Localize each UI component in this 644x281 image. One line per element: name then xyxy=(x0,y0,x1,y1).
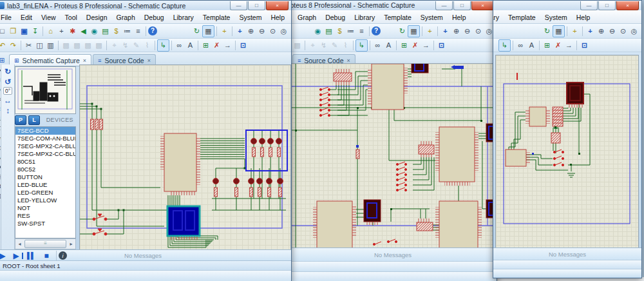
world-icon[interactable]: ◉ xyxy=(312,26,323,37)
junction-icon[interactable]: + xyxy=(56,26,67,37)
menu-item-view[interactable]: View xyxy=(37,13,61,22)
device-item[interactable]: SW-SPST xyxy=(15,220,75,228)
remove-sheet-icon[interactable]: ✗ xyxy=(553,40,564,51)
mirror-horizontal-icon[interactable]: ↔ xyxy=(3,95,13,105)
menu-item-help[interactable]: Help xyxy=(572,13,595,22)
isis-icon[interactable]: ⊡ xyxy=(579,40,590,51)
device-item[interactable]: 80C52 xyxy=(15,166,75,173)
menu-item-library[interactable]: Library xyxy=(493,13,504,22)
scroll-right-icon[interactable]: ▸ xyxy=(67,241,75,247)
pause-button[interactable]: ▌▌ xyxy=(23,251,39,260)
tab-close-icon[interactable]: × xyxy=(83,57,86,64)
library-button[interactable]: L xyxy=(28,115,40,125)
zoom-out-icon[interactable]: ⊖ xyxy=(462,26,473,37)
design-explorer-icon[interactable]: ▤ xyxy=(100,26,111,37)
menu-item-template[interactable]: Template xyxy=(198,13,235,22)
refresh-icon[interactable]: ↻ xyxy=(397,26,408,37)
tool-icon[interactable]: ⌇ xyxy=(142,40,153,51)
led[interactable] xyxy=(251,139,282,144)
push-button[interactable] xyxy=(93,229,107,235)
grid-toggle-icon[interactable]: ▦ xyxy=(202,25,214,37)
push-button[interactable] xyxy=(93,214,107,220)
schematic-canvas[interactable] xyxy=(79,64,291,251)
block-rotate-icon[interactable]: ▩ xyxy=(82,40,93,51)
bom-icon[interactable]: $ xyxy=(111,26,122,37)
ic-component[interactable] xyxy=(435,127,478,186)
text-doc-icon[interactable]: ≡ xyxy=(356,26,367,37)
device-item[interactable]: LED-GREEN xyxy=(15,189,75,197)
switch-cluster[interactable] xyxy=(319,87,330,117)
origin-icon[interactable]: + xyxy=(569,26,580,37)
search-icon[interactable]: ∞ xyxy=(515,40,526,51)
device-item[interactable]: 80C51 xyxy=(15,158,75,166)
ic-component[interactable] xyxy=(526,107,550,126)
menu-item-system[interactable]: System xyxy=(234,13,266,22)
zoom-all-icon[interactable]: ◎ xyxy=(278,26,289,37)
autoroute-icon[interactable]: ↳ xyxy=(157,39,169,52)
resistor-pack[interactable] xyxy=(417,218,433,231)
remove-sheet-icon[interactable]: ✗ xyxy=(410,40,421,51)
design-explorer-icon[interactable]: ▤ xyxy=(323,26,334,37)
property-assign-icon[interactable]: A xyxy=(383,40,394,51)
redo-icon[interactable]: ↷ xyxy=(8,40,19,51)
step-button[interactable]: ▶ xyxy=(10,253,23,259)
open-file-icon[interactable]: ❒ xyxy=(8,26,19,37)
menu-item-help[interactable]: Help xyxy=(448,13,471,22)
import-icon[interactable]: ↧ xyxy=(30,26,41,37)
world-icon[interactable]: ◉ xyxy=(89,26,100,37)
switch-cluster[interactable] xyxy=(373,239,397,246)
zoom-selection-icon[interactable]: ⌖ xyxy=(109,40,120,51)
device-item[interactable]: NOT xyxy=(15,204,75,212)
bus-entry-component[interactable] xyxy=(451,65,464,69)
switch-cluster[interactable] xyxy=(553,150,564,166)
rotate-ccw-icon[interactable]: ↺ xyxy=(3,77,13,86)
maximize-button[interactable]: □ xyxy=(453,1,471,10)
save-file-icon[interactable]: ▣ xyxy=(19,26,30,37)
block-move-icon[interactable]: ▩ xyxy=(71,40,82,51)
pick-parts-button[interactable]: P xyxy=(15,115,26,125)
copy-icon[interactable]: ◫ xyxy=(34,40,45,51)
edit-icon[interactable]: ✎ xyxy=(329,40,340,51)
resistor-pack[interactable] xyxy=(551,126,560,143)
menu-item-template[interactable]: Template xyxy=(379,13,416,22)
block-delete-icon[interactable]: ▩ xyxy=(292,40,303,51)
help-icon[interactable]: ? xyxy=(148,26,157,35)
new-sheet-icon[interactable]: ⊞ xyxy=(200,40,211,51)
pan-icon[interactable]: + xyxy=(585,26,596,37)
origin-icon[interactable]: + xyxy=(424,26,435,37)
grid-toggle-icon[interactable]: ▦ xyxy=(408,25,420,37)
menu-item-system[interactable]: System xyxy=(416,13,448,22)
device-item[interactable]: 7SEG-COM-AN-BLUE xyxy=(15,135,75,142)
zoom-in-icon[interactable]: ⊕ xyxy=(596,26,607,37)
device-item[interactable]: LED-BLUE xyxy=(15,181,75,189)
close-button[interactable]: × xyxy=(266,1,289,10)
ic-component[interactable] xyxy=(313,201,356,248)
maximize-button[interactable]: □ xyxy=(248,1,265,10)
resistor[interactable] xyxy=(252,148,281,157)
new-sheet-icon[interactable]: ⊞ xyxy=(542,40,553,51)
remove-sheet-icon[interactable]: ✗ xyxy=(211,40,222,51)
menu-item-debug[interactable]: Debug xyxy=(321,13,350,22)
scroll-left-icon[interactable]: ◂ xyxy=(15,241,24,247)
play-button[interactable]: ▶ xyxy=(0,251,10,260)
resistor[interactable] xyxy=(356,145,359,159)
home-icon[interactable]: ⌂ xyxy=(45,26,56,37)
resistor-pack[interactable] xyxy=(334,69,352,85)
gear-icon[interactable]: ✱ xyxy=(67,26,78,37)
menu-item-system[interactable]: System xyxy=(540,13,572,22)
goto-sheet-icon[interactable]: → xyxy=(564,40,574,51)
electra-icon[interactable]: ≔ xyxy=(122,26,133,37)
isis-icon[interactable]: ⊡ xyxy=(436,40,447,51)
device-item-selected[interactable]: 7SEG-BCD xyxy=(15,127,75,135)
undo-icon[interactable]: ↶ xyxy=(0,40,8,51)
resistor[interactable] xyxy=(100,119,103,130)
resistor[interactable] xyxy=(95,119,99,130)
device-list[interactable]: 7SEG-BCD 7SEG-COM-AN-BLUE 7SEG-MPX2-CA-B… xyxy=(15,126,76,238)
zoom-selection-icon[interactable]: ⌖ xyxy=(307,40,318,51)
info-icon[interactable]: i xyxy=(59,251,67,260)
ic-component[interactable] xyxy=(160,133,200,195)
seven-segment-display[interactable] xyxy=(567,82,583,108)
seven-segment-display[interactable] xyxy=(412,64,428,73)
mirror-vertical-icon[interactable]: ↕ xyxy=(3,106,13,115)
led[interactable] xyxy=(213,179,283,184)
